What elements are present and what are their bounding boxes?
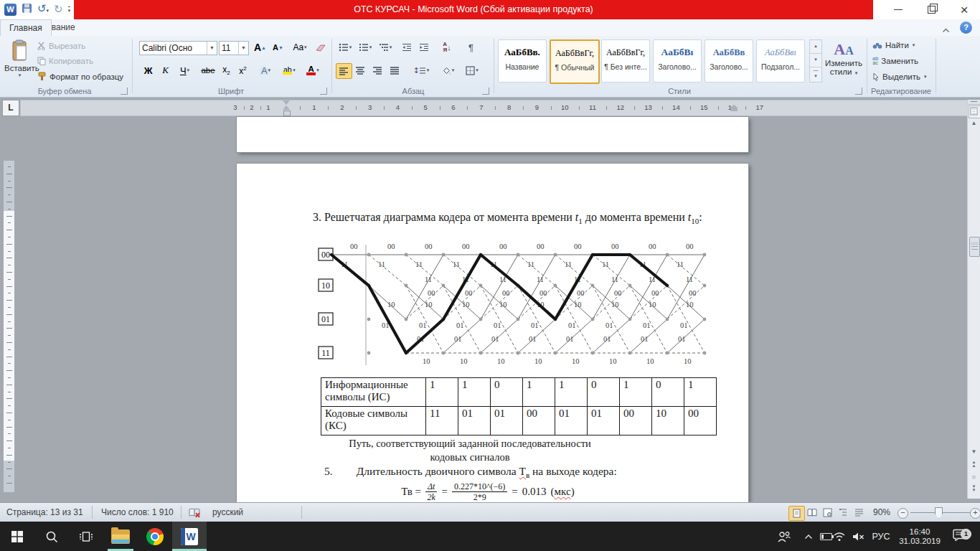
style-card-1[interactable]: АаБбВв.Название bbox=[498, 39, 547, 83]
style-card-2[interactable]: АаБбВвГг,¶ Обычный bbox=[550, 39, 600, 84]
justify-button[interactable] bbox=[387, 63, 402, 77]
multilevel-list-button[interactable]: ▾ bbox=[376, 40, 395, 55]
word-count[interactable]: Число слов: 1 910 bbox=[101, 503, 174, 522]
table-cell[interactable]: 00 bbox=[523, 407, 555, 435]
word-taskbar-button[interactable]: W bbox=[172, 522, 207, 551]
change-styles-button[interactable]: АА Изменитьстили ▾ bbox=[822, 40, 865, 76]
paste-button[interactable]: Вставить ▾ bbox=[4, 39, 34, 78]
clear-formatting-button[interactable] bbox=[313, 40, 328, 55]
restore-button[interactable] bbox=[920, 0, 942, 19]
line-spacing-button[interactable]: ↕ ▾ bbox=[410, 63, 432, 77]
font-dialog-launcher[interactable] bbox=[320, 88, 327, 95]
copy-button[interactable]: Копировать bbox=[37, 57, 93, 65]
styles-more-icon[interactable]: —▾ bbox=[809, 67, 822, 83]
volume-muted-icon[interactable] bbox=[848, 522, 868, 551]
shading-button[interactable]: ▾ bbox=[438, 63, 458, 77]
table-cell[interactable]: 00 bbox=[684, 407, 717, 435]
help-icon[interactable]: ? bbox=[960, 22, 972, 34]
grow-font-button[interactable]: А▲ bbox=[253, 40, 268, 55]
zoom-in-icon[interactable]: + bbox=[970, 508, 980, 519]
increase-indent-button[interactable] bbox=[416, 40, 431, 55]
format-painter-button[interactable]: Формат по образцу bbox=[37, 72, 123, 81]
align-center-button[interactable] bbox=[353, 63, 368, 77]
split-handle[interactable] bbox=[968, 100, 980, 105]
chrome-button[interactable] bbox=[138, 522, 172, 551]
style-card-6[interactable]: АаБбВвıПодзагол... bbox=[756, 39, 805, 83]
find-button[interactable]: Найти▾ bbox=[872, 41, 915, 50]
outline-view-button[interactable] bbox=[836, 506, 851, 519]
table-cell[interactable]: 01 bbox=[491, 407, 523, 435]
hanging-indent-marker[interactable] bbox=[283, 105, 290, 110]
borders-button[interactable]: ▾ bbox=[462, 63, 482, 77]
table-cell[interactable]: 11 bbox=[426, 407, 458, 435]
sort-button[interactable]: АЯ ↓ bbox=[438, 40, 456, 55]
undo-icon[interactable]: ↺▾ bbox=[37, 4, 49, 17]
text-effects-button[interactable]: А▾ bbox=[256, 63, 275, 77]
styles-scroll-down-icon[interactable]: ▾ bbox=[809, 53, 822, 67]
browse-object-icon[interactable]: ○ bbox=[969, 474, 979, 481]
table-cell[interactable]: 1 bbox=[426, 378, 458, 407]
clock-tray[interactable]: 16:4031.03.2019 bbox=[894, 522, 946, 551]
show-marks-button[interactable]: ¶ bbox=[463, 40, 479, 55]
wifi-icon[interactable] bbox=[829, 522, 849, 551]
table-cell[interactable]: 01 bbox=[588, 407, 620, 435]
style-card-4[interactable]: АаБбВıЗаголово... bbox=[653, 39, 702, 83]
fullscreen-reading-view-button[interactable] bbox=[804, 506, 819, 519]
next-page-icon[interactable]: ▼▼ bbox=[969, 485, 979, 492]
subscript-button[interactable]: x2 bbox=[219, 63, 234, 77]
bold-button[interactable]: Ж bbox=[141, 63, 156, 77]
web-layout-view-button[interactable] bbox=[820, 506, 835, 519]
table-cell[interactable]: 0 bbox=[491, 378, 523, 407]
table-cell[interactable]: 1 bbox=[523, 378, 555, 407]
style-card-3[interactable]: АаБбВвГг,¶ Без инте... bbox=[601, 39, 650, 83]
table-cell[interactable]: 1 bbox=[620, 378, 652, 407]
zoom-level[interactable]: 90% bbox=[873, 503, 890, 522]
qat-customize-icon[interactable]: ▾ bbox=[68, 6, 71, 14]
previous-page-icon[interactable]: ▲▲ bbox=[969, 461, 979, 468]
table-cell[interactable]: 0 bbox=[652, 378, 684, 407]
table-row-label[interactable]: Информационные символы (ИС) bbox=[321, 378, 426, 407]
font-name-combo[interactable]: Calibri (Осно▼ bbox=[139, 41, 217, 55]
language-tray-indicator[interactable]: РУС bbox=[867, 522, 895, 551]
table-row-label[interactable]: Кодовые символы (КС) bbox=[321, 407, 426, 435]
language-indicator[interactable]: русский bbox=[212, 503, 243, 522]
superscript-button[interactable]: x2 bbox=[235, 63, 250, 77]
cut-button[interactable]: Вырезать bbox=[37, 42, 85, 50]
paragraph-dialog-launcher[interactable] bbox=[482, 88, 489, 95]
people-tray-icon[interactable] bbox=[772, 522, 796, 551]
page-2[interactable]: 3. Решетчатая диаграмма кодера от момент… bbox=[237, 164, 748, 502]
italic-button[interactable]: К bbox=[158, 63, 173, 77]
minimize-button[interactable] bbox=[887, 0, 909, 19]
draft-view-button[interactable] bbox=[852, 506, 867, 519]
align-left-button[interactable] bbox=[336, 63, 352, 79]
table-cell[interactable]: 01 bbox=[555, 407, 588, 435]
styles-scroll-up-icon[interactable]: ▴ bbox=[809, 39, 822, 54]
table-cell[interactable]: 01 bbox=[458, 407, 491, 435]
taskbar-search-button[interactable] bbox=[34, 522, 69, 551]
bullets-button[interactable]: ▾ bbox=[336, 40, 354, 55]
table-cell[interactable]: 10 bbox=[652, 407, 684, 435]
table-cell[interactable]: 1 bbox=[555, 378, 588, 407]
page-1-bottom[interactable] bbox=[237, 117, 748, 152]
highlight-color-button[interactable]: ab▾ bbox=[278, 63, 300, 77]
scroll-down-icon[interactable]: ▼ bbox=[969, 448, 979, 455]
style-card-5[interactable]: АаБбВвЗаголово... bbox=[705, 39, 753, 83]
notification-center-icon[interactable]: 1 bbox=[947, 522, 973, 551]
zoom-out-icon[interactable]: − bbox=[897, 508, 908, 519]
vertical-scrollbar[interactable]: ▲ ▼ ▲▲ ○ ▼▼ bbox=[967, 100, 980, 499]
zoom-slider-thumb[interactable] bbox=[935, 507, 943, 519]
repeat-icon[interactable]: ↻ bbox=[54, 4, 63, 15]
task-view-button[interactable] bbox=[69, 522, 103, 551]
collapse-ribbon-icon[interactable] bbox=[942, 23, 950, 36]
save-icon[interactable] bbox=[22, 3, 32, 17]
left-indent-marker[interactable] bbox=[283, 110, 291, 116]
file-explorer-button[interactable] bbox=[103, 522, 138, 551]
font-size-combo[interactable]: 11▼ bbox=[219, 41, 249, 55]
strikethrough-button[interactable]: abe bbox=[199, 63, 217, 77]
underline-button[interactable]: Ч▾ bbox=[175, 63, 194, 77]
table-cell[interactable]: 0 bbox=[588, 378, 620, 407]
clipboard-dialog-launcher[interactable] bbox=[121, 88, 128, 95]
decrease-indent-button[interactable] bbox=[399, 40, 414, 55]
table-cell[interactable]: 00 bbox=[620, 407, 652, 435]
scroll-up-icon[interactable]: ▲ bbox=[969, 120, 979, 126]
